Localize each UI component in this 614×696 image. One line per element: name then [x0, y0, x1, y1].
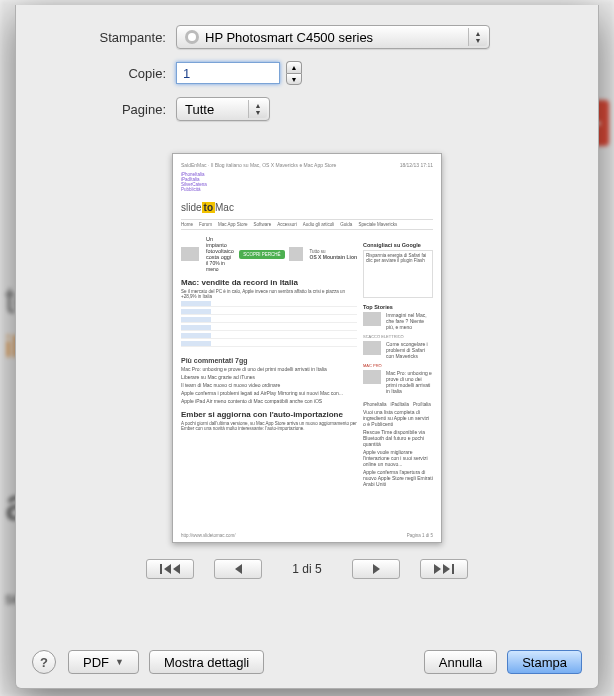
first-page-button[interactable] [146, 559, 194, 579]
cancel-button[interactable]: Annulla [424, 650, 497, 674]
next-page-button[interactable] [352, 559, 400, 579]
page-indicator: 1 di 5 [282, 562, 332, 576]
stepper-up[interactable]: ▲ [286, 61, 302, 73]
updown-icon: ▲▼ [248, 100, 267, 118]
print-dialog: Stampante: HP Photosmart C4500 series ▲▼… [15, 5, 599, 689]
banner-image [181, 247, 199, 261]
page-header-right: 18/12/13 17:11 [400, 162, 433, 168]
printer-popup[interactable]: HP Photosmart C4500 series ▲▼ [176, 25, 490, 49]
page-logo: slidetoMac [181, 202, 433, 213]
printer-label: Stampante: [56, 30, 176, 45]
last-page-button[interactable] [420, 559, 468, 579]
stepper-down[interactable]: ▼ [286, 73, 302, 85]
show-details-button[interactable]: Mostra dettagli [149, 650, 264, 674]
copies-label: Copie: [56, 66, 176, 81]
printer-value: HP Photosmart C4500 series [205, 30, 373, 45]
pages-label: Pagine: [56, 102, 176, 117]
prev-page-button[interactable] [214, 559, 262, 579]
copies-stepper[interactable]: ▲ ▼ [286, 61, 302, 85]
preview-article-2-title: Ember si aggiorna con l'auto-importazion… [181, 410, 357, 419]
updown-icon: ▲▼ [468, 28, 487, 46]
pdf-button[interactable]: PDF▼ [68, 650, 139, 674]
printer-status-icon [185, 30, 199, 44]
copies-input[interactable] [176, 62, 280, 84]
chevron-down-icon: ▼ [115, 657, 124, 667]
page-header-left: SaldEnMac · Il Blog italiano su Mac, OS … [181, 162, 336, 168]
pages-popup[interactable]: Tutte ▲▼ [176, 97, 270, 121]
pages-value: Tutte [185, 102, 214, 117]
help-button[interactable]: ? [32, 650, 56, 674]
os-image [289, 247, 303, 261]
print-button[interactable]: Stampa [507, 650, 582, 674]
print-preview-page: SaldEnMac · Il Blog italiano su Mac, OS … [172, 153, 442, 543]
preview-article-1-title: Mac: vendite da record in Italia [181, 278, 357, 287]
page-navigator: 1 di 5 [146, 559, 468, 579]
